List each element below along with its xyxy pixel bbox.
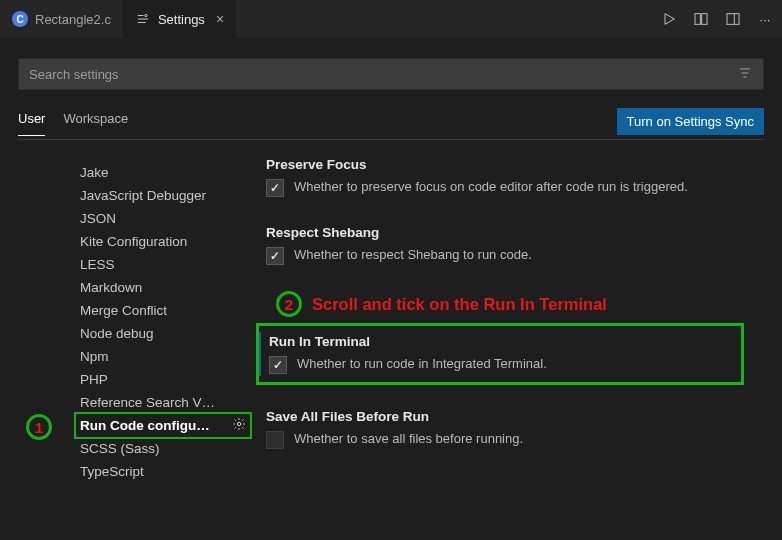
- setting-title: Run In Terminal: [269, 334, 731, 349]
- setting-desc: Whether to run code in Integrated Termin…: [297, 355, 547, 374]
- layout-icon[interactable]: [724, 11, 742, 27]
- settings-sync-button[interactable]: Turn on Settings Sync: [617, 108, 764, 135]
- svg-point-3: [145, 14, 147, 16]
- search-placeholder: Search settings: [29, 67, 119, 82]
- tab-settings[interactable]: Settings ×: [123, 0, 236, 38]
- svg-point-13: [237, 422, 241, 426]
- tree-item[interactable]: Reference Search V…: [76, 391, 250, 414]
- setting-desc: Whether to save all files before running…: [294, 430, 523, 449]
- svg-rect-7: [702, 14, 707, 25]
- tree-item[interactable]: Node debug: [76, 322, 250, 345]
- scope-workspace[interactable]: Workspace: [63, 111, 128, 136]
- setting-title: Respect Shebang: [266, 225, 744, 240]
- setting-desc: Whether to respect Shebang to run code.: [294, 246, 532, 265]
- setting-run-in-terminal: Run In Terminal Whether to run code in I…: [256, 323, 744, 385]
- setting-title: Save All Files Before Run: [266, 409, 744, 424]
- close-icon[interactable]: ×: [216, 11, 224, 27]
- checkbox-preserve-focus[interactable]: [266, 179, 284, 197]
- c-lang-icon: C: [12, 11, 28, 27]
- annotation-2: 2 Scroll and tick on the Run In Terminal: [276, 291, 744, 317]
- split-icon[interactable]: [692, 11, 710, 27]
- setting-title: Preserve Focus: [266, 157, 744, 172]
- gear-icon[interactable]: [232, 417, 246, 434]
- svg-rect-8: [727, 14, 739, 25]
- tab-file-label: Rectangle2.c: [35, 12, 111, 27]
- tree-item[interactable]: Jake: [76, 161, 250, 184]
- scope-user[interactable]: User: [18, 111, 45, 136]
- tree-item[interactable]: SCSS (Sass): [76, 437, 250, 460]
- filter-icon[interactable]: [737, 66, 753, 83]
- tree-item[interactable]: Markdown: [76, 276, 250, 299]
- setting-save-all: Save All Files Before Run Whether to sav…: [256, 407, 744, 453]
- search-input[interactable]: Search settings: [18, 58, 764, 90]
- tree-item[interactable]: Kite Configuration: [76, 230, 250, 253]
- tree-item[interactable]: LESS: [76, 253, 250, 276]
- tab-file[interactable]: C Rectangle2.c: [0, 0, 123, 38]
- tree-item[interactable]: Merge Conflict: [76, 299, 250, 322]
- tree-item[interactable]: Npm: [76, 345, 250, 368]
- setting-respect-shebang: Respect Shebang Whether to respect Sheba…: [256, 223, 744, 269]
- setting-preserve-focus: Preserve Focus Whether to preserve focus…: [256, 155, 744, 201]
- checkbox-respect-shebang[interactable]: [266, 247, 284, 265]
- tab-settings-label: Settings: [158, 12, 205, 27]
- tree-item[interactable]: Run Code configu…: [76, 414, 250, 437]
- settings-tab-icon: [135, 12, 151, 26]
- tree-item[interactable]: JSON: [76, 207, 250, 230]
- tree-item[interactable]: JavaScript Debugger: [76, 184, 250, 207]
- annotation-circle-1: 1: [26, 414, 52, 440]
- setting-desc: Whether to preserve focus on code editor…: [294, 178, 688, 197]
- svg-marker-5: [665, 14, 674, 25]
- tree-item[interactable]: TypeScript: [76, 460, 250, 483]
- checkbox-save-all[interactable]: [266, 431, 284, 449]
- settings-tree: JakeJavaScript DebuggerJSONKite Configur…: [18, 155, 250, 483]
- annotation-circle-2: 2: [276, 291, 302, 317]
- svg-rect-6: [695, 14, 700, 25]
- more-icon[interactable]: ···: [756, 12, 774, 27]
- run-icon[interactable]: [660, 11, 678, 27]
- checkbox-run-in-terminal[interactable]: [269, 356, 287, 374]
- tree-item[interactable]: PHP: [76, 368, 250, 391]
- annotation-text: Scroll and tick on the Run In Terminal: [312, 295, 607, 314]
